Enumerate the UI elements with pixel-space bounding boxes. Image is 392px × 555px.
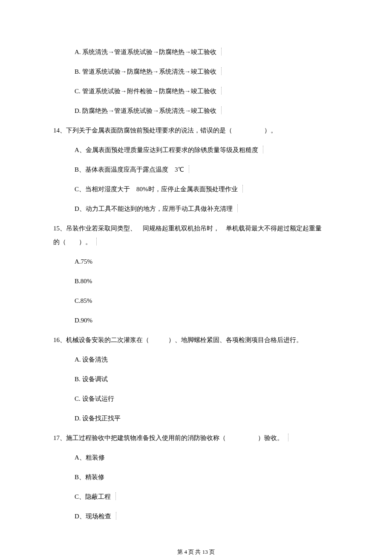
q16-option-b: B. 设备调试 [75,374,108,384]
q13-option-c: C. 管道系统试验→附件检验→防腐绝热→竣工验收 [75,86,216,96]
q17-option-c: C、隐蔽工程 [75,492,111,502]
q14-question: 14、下列关于金属表面防腐蚀前预处理要求的说法，错误的是（ ）。 [53,125,339,135]
q13-option-a: A. 系统清洗→管道系统试验→防腐绝热→竣工验收 [75,47,216,57]
q16-question: 16、机械设备安装的二次灌浆在（ ）、地脚螺栓紧固、各项检测项目合格后进行。 [53,335,339,345]
q14-option-a: A、金属表面预处理质量应达到工程要求的除锈质量等级及粗糙度 [75,145,258,155]
q17-option-d: D、现场检查 [75,511,111,521]
q14-option-c: C、当相对湿度大于 80%时，应停止金属表面预处理作业 [75,184,238,194]
q15-option-d: D.90% [75,315,92,325]
q17-question: 17、施工过程验收中把建筑物准备投入使用前的消防验收称（ ）验收。 [53,433,339,443]
q17-option-a: A、粗装修 [75,452,105,463]
q14-option-d: D、动力工具不能达到的地方，应用手动工具做补充清理 [75,204,233,214]
q15-question-line2: 的（ ）。 [53,237,92,247]
q17-text: 17、施工过程验收中把建筑物准备投入使用前的消防验收称（ ）验收。 [53,433,283,443]
q13-option-b: B. 管道系统试验→防腐绝热→系统清洗→竣工验收 [75,66,216,77]
q16-option-c: C. 设备试运行 [75,394,114,404]
q15-question-line1: 15、吊装作业若采取同类型、 同规格起重机双机抬吊时， 单机载荷最大不得超过额定… [53,223,339,233]
q13-option-d: D. 防腐绝热→管道系统试验→系统清洗→竣工验收 [75,106,216,116]
q16-text: 16、机械设备安装的二次灌浆在（ ）、地脚螺栓紧固、各项检测项目合格后进行。 [53,335,303,345]
q14-text: 14、下列关于金属表面防腐蚀前预处理要求的说法，错误的是（ ）。 [53,125,277,135]
page-footer: 第 4 页 共 13 页 [53,548,339,555]
q15-option-c: C.85% [75,296,92,306]
q15-option-a: A.75% [75,256,92,267]
q16-option-d: D. 设备找正找平 [75,413,121,423]
q15-option-b: B.80% [75,276,92,286]
q16-option-a: A. 设备清洗 [75,354,108,365]
q14-option-b: B、基体表面温度应高于露点温度 3℃ [75,164,184,175]
q17-option-b: B、精装修 [75,472,104,482]
